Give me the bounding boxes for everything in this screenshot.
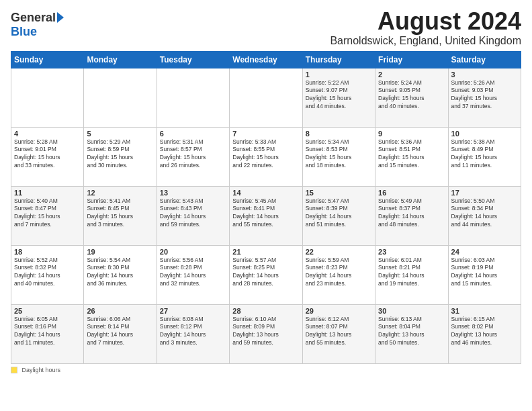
day-info: Sunrise: 6:13 AM Sunset: 8:04 PM Dayligh… — [378, 316, 445, 348]
table-row — [11, 68, 84, 127]
col-monday: Monday — [84, 51, 157, 68]
table-row: 8Sunrise: 5:34 AM Sunset: 8:53 PM Daylig… — [302, 127, 375, 186]
day-info: Sunrise: 6:15 AM Sunset: 8:02 PM Dayligh… — [451, 316, 518, 348]
day-info: Sunrise: 5:47 AM Sunset: 8:39 PM Dayligh… — [306, 197, 372, 230]
day-info: Sunrise: 5:40 AM Sunset: 8:47 PM Dayligh… — [14, 197, 81, 230]
day-info: Sunrise: 5:45 AM Sunset: 8:41 PM Dayligh… — [232, 197, 299, 230]
table-row: 20Sunrise: 5:56 AM Sunset: 8:28 PM Dayli… — [157, 245, 229, 304]
month-year-title: August 2024 — [330, 8, 521, 35]
day-number: 3 — [451, 71, 518, 79]
day-number: 8 — [306, 130, 372, 138]
day-info: Sunrise: 6:12 AM Sunset: 8:07 PM Dayligh… — [306, 316, 372, 348]
logo-triangle-icon — [57, 12, 64, 23]
table-row: 1Sunrise: 5:22 AM Sunset: 9:07 PM Daylig… — [302, 68, 375, 127]
day-info: Sunrise: 5:41 AM Sunset: 8:45 PM Dayligh… — [87, 197, 153, 230]
day-number: 25 — [14, 307, 81, 315]
table-row: 29Sunrise: 6:12 AM Sunset: 8:07 PM Dayli… — [302, 304, 375, 363]
day-number: 24 — [451, 248, 518, 256]
day-info: Sunrise: 6:08 AM Sunset: 8:12 PM Dayligh… — [160, 316, 226, 348]
table-row: 24Sunrise: 6:03 AM Sunset: 8:19 PM Dayli… — [448, 245, 521, 304]
day-number: 22 — [306, 248, 372, 256]
day-number: 31 — [451, 307, 518, 315]
day-number: 11 — [14, 189, 81, 197]
table-row — [157, 68, 229, 127]
table-row: 23Sunrise: 6:01 AM Sunset: 8:21 PM Dayli… — [375, 245, 448, 304]
day-number: 26 — [87, 307, 153, 315]
table-row: 3Sunrise: 5:26 AM Sunset: 9:03 PM Daylig… — [448, 68, 521, 127]
day-number: 1 — [306, 71, 372, 79]
day-number: 13 — [160, 189, 226, 197]
day-info: Sunrise: 5:34 AM Sunset: 8:53 PM Dayligh… — [306, 138, 372, 171]
table-row: 27Sunrise: 6:08 AM Sunset: 8:12 PM Dayli… — [157, 304, 229, 363]
day-info: Sunrise: 5:54 AM Sunset: 8:30 PM Dayligh… — [87, 257, 153, 289]
table-row: 4Sunrise: 5:28 AM Sunset: 9:01 PM Daylig… — [11, 127, 84, 186]
table-row: 12Sunrise: 5:41 AM Sunset: 8:45 PM Dayli… — [84, 186, 157, 245]
col-thursday: Thursday — [302, 51, 375, 68]
day-info: Sunrise: 5:52 AM Sunset: 8:32 PM Dayligh… — [14, 257, 81, 289]
calendar-week-row: 25Sunrise: 6:05 AM Sunset: 8:16 PM Dayli… — [11, 304, 521, 363]
table-row: 2Sunrise: 5:24 AM Sunset: 9:05 PM Daylig… — [375, 68, 448, 127]
table-row: 30Sunrise: 6:13 AM Sunset: 8:04 PM Dayli… — [375, 304, 448, 363]
day-number: 2 — [378, 71, 445, 79]
logo: General Blue — [11, 11, 64, 39]
table-row — [84, 68, 157, 127]
header: General Blue August 2024 Barnoldswick, E… — [11, 8, 521, 47]
daylight-dot-icon — [11, 367, 17, 373]
day-number: 14 — [232, 189, 299, 197]
day-number: 6 — [160, 130, 226, 138]
day-info: Sunrise: 5:43 AM Sunset: 8:43 PM Dayligh… — [160, 197, 226, 230]
calendar-week-row: 1Sunrise: 5:22 AM Sunset: 9:07 PM Daylig… — [11, 68, 521, 127]
day-info: Sunrise: 5:49 AM Sunset: 8:37 PM Dayligh… — [378, 197, 445, 230]
col-friday: Friday — [375, 51, 448, 68]
day-info: Sunrise: 6:10 AM Sunset: 8:09 PM Dayligh… — [232, 316, 299, 348]
day-number: 7 — [232, 130, 299, 138]
footer-label: Daylight hours — [22, 367, 61, 373]
col-sunday: Sunday — [11, 51, 84, 68]
calendar-table: Sunday Monday Tuesday Wednesday Thursday… — [11, 51, 521, 364]
logo-general-text: General — [11, 11, 56, 25]
table-row: 10Sunrise: 5:38 AM Sunset: 8:49 PM Dayli… — [448, 127, 521, 186]
day-number: 28 — [232, 307, 299, 315]
day-info: Sunrise: 5:29 AM Sunset: 8:59 PM Dayligh… — [87, 138, 153, 171]
day-info: Sunrise: 5:28 AM Sunset: 9:01 PM Dayligh… — [14, 138, 81, 171]
day-number: 5 — [87, 130, 153, 138]
day-info: Sunrise: 5:24 AM Sunset: 9:05 PM Dayligh… — [378, 79, 445, 111]
day-number: 9 — [378, 130, 445, 138]
logo-blue-text: Blue — [11, 25, 37, 39]
day-info: Sunrise: 5:31 AM Sunset: 8:57 PM Dayligh… — [160, 138, 226, 171]
calendar-week-row: 18Sunrise: 5:52 AM Sunset: 8:32 PM Dayli… — [11, 245, 521, 304]
day-number: 21 — [232, 248, 299, 256]
day-number: 23 — [378, 248, 445, 256]
col-tuesday: Tuesday — [157, 51, 229, 68]
day-info: Sunrise: 5:33 AM Sunset: 8:55 PM Dayligh… — [232, 138, 299, 171]
day-number: 18 — [14, 248, 81, 256]
title-section: August 2024 Barnoldswick, England, Unite… — [330, 8, 521, 47]
day-info: Sunrise: 6:05 AM Sunset: 8:16 PM Dayligh… — [14, 316, 81, 348]
day-number: 17 — [451, 189, 518, 197]
day-number: 15 — [306, 189, 372, 197]
col-saturday: Saturday — [448, 51, 521, 68]
calendar-header-row: Sunday Monday Tuesday Wednesday Thursday… — [11, 51, 521, 68]
day-info: Sunrise: 6:06 AM Sunset: 8:14 PM Dayligh… — [87, 316, 153, 348]
day-number: 16 — [378, 189, 445, 197]
table-row: 6Sunrise: 5:31 AM Sunset: 8:57 PM Daylig… — [157, 127, 229, 186]
day-info: Sunrise: 5:26 AM Sunset: 9:03 PM Dayligh… — [451, 79, 518, 111]
table-row: 28Sunrise: 6:10 AM Sunset: 8:09 PM Dayli… — [230, 304, 302, 363]
day-number: 30 — [378, 307, 445, 315]
table-row: 26Sunrise: 6:06 AM Sunset: 8:14 PM Dayli… — [84, 304, 157, 363]
day-number: 12 — [87, 189, 153, 197]
day-info: Sunrise: 5:38 AM Sunset: 8:49 PM Dayligh… — [451, 138, 518, 171]
day-number: 4 — [14, 130, 81, 138]
day-info: Sunrise: 6:03 AM Sunset: 8:19 PM Dayligh… — [451, 257, 518, 289]
table-row: 11Sunrise: 5:40 AM Sunset: 8:47 PM Dayli… — [11, 186, 84, 245]
table-row: 17Sunrise: 5:50 AM Sunset: 8:34 PM Dayli… — [448, 186, 521, 245]
table-row: 14Sunrise: 5:45 AM Sunset: 8:41 PM Dayli… — [230, 186, 302, 245]
page: General Blue August 2024 Barnoldswick, E… — [0, 0, 532, 411]
table-row: 15Sunrise: 5:47 AM Sunset: 8:39 PM Dayli… — [302, 186, 375, 245]
day-number: 29 — [306, 307, 372, 315]
day-info: Sunrise: 5:50 AM Sunset: 8:34 PM Dayligh… — [451, 197, 518, 230]
day-number: 19 — [87, 248, 153, 256]
table-row: 31Sunrise: 6:15 AM Sunset: 8:02 PM Dayli… — [448, 304, 521, 363]
day-info: Sunrise: 5:56 AM Sunset: 8:28 PM Dayligh… — [160, 257, 226, 289]
day-info: Sunrise: 5:36 AM Sunset: 8:51 PM Dayligh… — [378, 138, 445, 171]
